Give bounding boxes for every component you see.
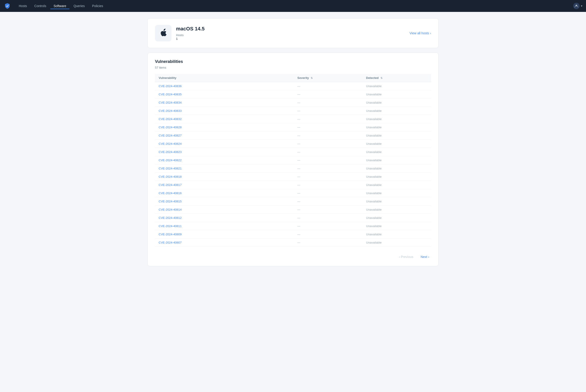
detected-value: Unavailable	[366, 208, 382, 211]
cve-link[interactable]: CVE-2024-40809	[159, 232, 181, 236]
severity-value: ---	[297, 93, 300, 96]
detected-cell: Unavailable	[362, 123, 431, 132]
cve-cell: CVE-2024-40822	[155, 156, 294, 164]
user-chevron: ▾	[581, 4, 582, 8]
vulnerabilities-title: Vulnerabilities	[155, 59, 431, 64]
cve-link[interactable]: CVE-2024-40816	[159, 192, 181, 195]
detected-cell: Unavailable	[362, 214, 431, 222]
view-all-hosts-link[interactable]: View all hosts ›	[410, 31, 431, 35]
detected-value: Unavailable	[366, 158, 382, 162]
cve-cell: CVE-2024-40836	[155, 82, 294, 90]
next-button[interactable]: Next ›	[419, 254, 431, 260]
nav-link-controls[interactable]: Controls	[31, 3, 50, 9]
table-row: CVE-2024-40833 --- Unavailable	[155, 107, 431, 115]
cve-link[interactable]: CVE-2024-40827	[159, 134, 181, 137]
severity-cell: ---	[294, 238, 362, 247]
previous-arrow-icon: ‹	[399, 255, 400, 259]
detected-cell: Unavailable	[362, 197, 431, 206]
cve-link[interactable]: CVE-2024-40821	[159, 167, 181, 170]
cve-link[interactable]: CVE-2024-40823	[159, 150, 181, 154]
severity-cell: ---	[294, 214, 362, 222]
table-body: CVE-2024-40836 --- Unavailable CVE-2024-…	[155, 82, 431, 247]
nav-link-queries[interactable]: Queries	[70, 3, 88, 9]
detected-cell: Unavailable	[362, 181, 431, 189]
user-menu[interactable]: ▾	[573, 3, 582, 9]
severity-sort-icon: ⇅	[311, 76, 313, 80]
cve-link[interactable]: CVE-2024-40815	[159, 200, 181, 203]
detected-cell: Unavailable	[362, 156, 431, 164]
table-header: Vulnerability Severity ⇅ Detected ⇅	[155, 74, 431, 82]
software-icon	[155, 25, 171, 42]
severity-value: ---	[297, 142, 300, 146]
severity-value: ---	[297, 224, 300, 228]
detected-value: Unavailable	[366, 175, 382, 178]
col-detected[interactable]: Detected ⇅	[362, 74, 431, 82]
software-details: macOS 14.5 Hosts 1	[176, 26, 205, 40]
table-row: CVE-2024-40815 --- Unavailable	[155, 197, 431, 206]
nav-link-policies[interactable]: Policies	[89, 3, 106, 9]
severity-value: ---	[297, 208, 300, 211]
cve-link[interactable]: CVE-2024-40824	[159, 142, 181, 146]
cve-link[interactable]: CVE-2024-40817	[159, 183, 181, 186]
cve-link[interactable]: CVE-2024-40834	[159, 101, 181, 104]
detected-cell: Unavailable	[362, 164, 431, 173]
cve-link[interactable]: CVE-2024-40828	[159, 126, 181, 129]
detected-value: Unavailable	[366, 192, 382, 195]
cve-cell: CVE-2024-40814	[155, 206, 294, 214]
cve-link[interactable]: CVE-2024-40832	[159, 117, 181, 121]
severity-cell: ---	[294, 140, 362, 148]
table-row: CVE-2024-40835 --- Unavailable	[155, 90, 431, 98]
cve-cell: CVE-2024-40817	[155, 181, 294, 189]
detected-cell: Unavailable	[362, 230, 431, 238]
detected-value: Unavailable	[366, 142, 382, 146]
detected-cell: Unavailable	[362, 115, 431, 123]
cve-link[interactable]: CVE-2024-40811	[159, 224, 181, 228]
detected-value: Unavailable	[366, 101, 382, 104]
cve-link[interactable]: CVE-2024-40812	[159, 216, 181, 220]
severity-cell: ---	[294, 132, 362, 140]
cve-cell: CVE-2024-40818	[155, 173, 294, 181]
cve-link[interactable]: CVE-2024-40822	[159, 158, 181, 162]
table-row: CVE-2024-40811 --- Unavailable	[155, 222, 431, 230]
cve-link[interactable]: CVE-2024-40835	[159, 93, 181, 96]
cve-link[interactable]: CVE-2024-40833	[159, 109, 181, 112]
nav-links: Hosts Controls Software Queries Policies	[16, 3, 573, 9]
col-severity[interactable]: Severity ⇅	[294, 74, 362, 82]
severity-cell: ---	[294, 222, 362, 230]
detected-cell: Unavailable	[362, 222, 431, 230]
detected-cell: Unavailable	[362, 173, 431, 181]
detected-value: Unavailable	[366, 93, 382, 96]
table-row: CVE-2024-40836 --- Unavailable	[155, 82, 431, 90]
table-row: CVE-2024-40818 --- Unavailable	[155, 173, 431, 181]
table-row: CVE-2024-40816 --- Unavailable	[155, 189, 431, 197]
detected-cell: Unavailable	[362, 82, 431, 90]
table-row: CVE-2024-40834 --- Unavailable	[155, 98, 431, 107]
severity-value: ---	[297, 232, 300, 236]
table-row: CVE-2024-40822 --- Unavailable	[155, 156, 431, 164]
cve-cell: CVE-2024-40834	[155, 98, 294, 107]
detected-value: Unavailable	[366, 150, 382, 154]
table-row: CVE-2024-40809 --- Unavailable	[155, 230, 431, 238]
detected-cell: Unavailable	[362, 90, 431, 98]
detected-value: Unavailable	[366, 216, 382, 220]
previous-button[interactable]: ‹ Previous	[397, 254, 415, 260]
severity-cell: ---	[294, 123, 362, 132]
nav-link-hosts[interactable]: Hosts	[16, 3, 30, 9]
severity-value: ---	[297, 101, 300, 104]
table-row: CVE-2024-40823 --- Unavailable	[155, 148, 431, 156]
detected-value: Unavailable	[366, 224, 382, 228]
detected-value: Unavailable	[366, 126, 382, 129]
severity-cell: ---	[294, 206, 362, 214]
detected-cell: Unavailable	[362, 98, 431, 107]
vulnerabilities-card: Vulnerabilities 57 items Vulnerability S…	[147, 52, 439, 266]
cve-link[interactable]: CVE-2024-40836	[159, 84, 181, 88]
next-arrow-icon: ›	[428, 255, 429, 259]
software-name: macOS 14.5	[176, 26, 205, 32]
cve-link[interactable]: CVE-2024-40818	[159, 175, 181, 178]
cve-link[interactable]: CVE-2024-40814	[159, 208, 181, 211]
table-row: CVE-2024-40821 --- Unavailable	[155, 164, 431, 173]
cve-cell: CVE-2024-40828	[155, 123, 294, 132]
cve-link[interactable]: CVE-2024-40807	[159, 241, 181, 244]
nav-link-software[interactable]: Software	[50, 3, 69, 9]
detected-cell: Unavailable	[362, 132, 431, 140]
